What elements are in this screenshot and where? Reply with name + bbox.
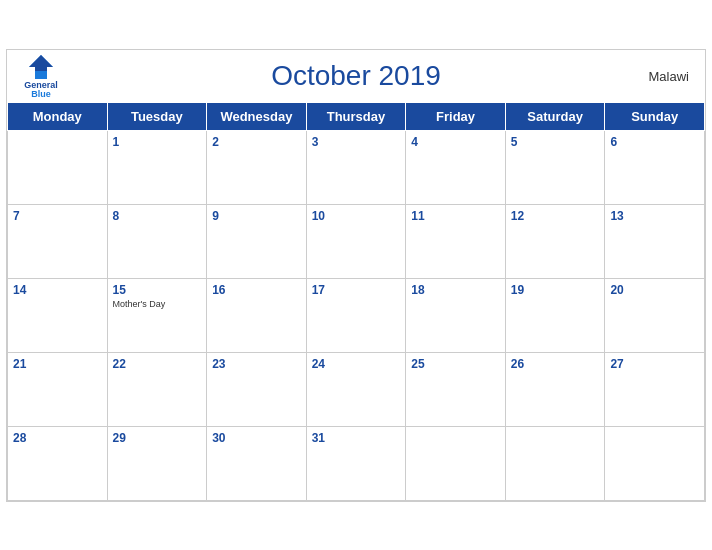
calendar-week-row: 28293031 <box>8 426 705 500</box>
calendar-cell: 15Mother's Day <box>107 278 207 352</box>
day-number: 16 <box>212 283 301 297</box>
calendar-cell: 25 <box>406 352 506 426</box>
calendar-cell: 9 <box>207 204 307 278</box>
day-number: 1 <box>113 135 202 149</box>
weekday-wednesday: Wednesday <box>207 102 307 130</box>
day-number: 24 <box>312 357 401 371</box>
logo-blue-text: Blue <box>31 90 51 99</box>
day-number: 5 <box>511 135 600 149</box>
logo-icon <box>23 53 59 81</box>
day-number: 28 <box>13 431 102 445</box>
day-number: 13 <box>610 209 699 223</box>
calendar-cell: 7 <box>8 204 108 278</box>
calendar-cell: 6 <box>605 130 705 204</box>
weekday-sunday: Sunday <box>605 102 705 130</box>
day-number: 31 <box>312 431 401 445</box>
day-number: 12 <box>511 209 600 223</box>
weekday-saturday: Saturday <box>505 102 605 130</box>
logo: General Blue <box>23 53 59 99</box>
day-number: 29 <box>113 431 202 445</box>
day-number: 17 <box>312 283 401 297</box>
calendar-cell: 16 <box>207 278 307 352</box>
day-number: 26 <box>511 357 600 371</box>
calendar-cell: 3 <box>306 130 406 204</box>
calendar-cell <box>406 426 506 500</box>
weekday-thursday: Thursday <box>306 102 406 130</box>
calendar-week-row: 123456 <box>8 130 705 204</box>
day-number: 7 <box>13 209 102 223</box>
calendar-week-row: 78910111213 <box>8 204 705 278</box>
day-number: 3 <box>312 135 401 149</box>
calendar-cell <box>605 426 705 500</box>
calendar-cell: 31 <box>306 426 406 500</box>
calendar-cell: 12 <box>505 204 605 278</box>
calendar-cell: 4 <box>406 130 506 204</box>
day-number: 15 <box>113 283 202 297</box>
calendar-cell: 21 <box>8 352 108 426</box>
calendar-cell: 24 <box>306 352 406 426</box>
weekday-tuesday: Tuesday <box>107 102 207 130</box>
day-number: 2 <box>212 135 301 149</box>
calendar-cell: 10 <box>306 204 406 278</box>
calendar-week-row: 21222324252627 <box>8 352 705 426</box>
calendar-cell: 22 <box>107 352 207 426</box>
day-number: 25 <box>411 357 500 371</box>
day-number: 21 <box>13 357 102 371</box>
calendar-cell <box>8 130 108 204</box>
day-number: 6 <box>610 135 699 149</box>
day-number: 19 <box>511 283 600 297</box>
weekday-friday: Friday <box>406 102 506 130</box>
calendar-grid: Monday Tuesday Wednesday Thursday Friday… <box>7 102 705 501</box>
calendar-cell: 27 <box>605 352 705 426</box>
calendar-cell: 19 <box>505 278 605 352</box>
event-label: Mother's Day <box>113 299 202 309</box>
day-number: 20 <box>610 283 699 297</box>
calendar-cell: 2 <box>207 130 307 204</box>
calendar-title: October 2019 <box>271 60 441 92</box>
day-number: 10 <box>312 209 401 223</box>
calendar-header: General Blue October 2019 Malawi <box>7 50 705 102</box>
calendar-cell: 28 <box>8 426 108 500</box>
calendar-cell: 26 <box>505 352 605 426</box>
country-label: Malawi <box>649 68 689 83</box>
day-number: 9 <box>212 209 301 223</box>
day-number: 11 <box>411 209 500 223</box>
weekday-header-row: Monday Tuesday Wednesday Thursday Friday… <box>8 102 705 130</box>
day-number: 22 <box>113 357 202 371</box>
weekday-monday: Monday <box>8 102 108 130</box>
calendar-cell: 14 <box>8 278 108 352</box>
calendar-cell <box>505 426 605 500</box>
calendar-cell: 29 <box>107 426 207 500</box>
day-number: 14 <box>13 283 102 297</box>
day-number: 27 <box>610 357 699 371</box>
calendar-cell: 11 <box>406 204 506 278</box>
day-number: 23 <box>212 357 301 371</box>
day-number: 8 <box>113 209 202 223</box>
day-number: 4 <box>411 135 500 149</box>
calendar-cell: 20 <box>605 278 705 352</box>
day-number: 30 <box>212 431 301 445</box>
calendar-cell: 30 <box>207 426 307 500</box>
calendar-cell: 18 <box>406 278 506 352</box>
calendar-cell: 17 <box>306 278 406 352</box>
calendar-cell: 1 <box>107 130 207 204</box>
calendar-cell: 5 <box>505 130 605 204</box>
calendar: General Blue October 2019 Malawi Monday … <box>6 49 706 502</box>
calendar-cell: 8 <box>107 204 207 278</box>
calendar-cell: 23 <box>207 352 307 426</box>
calendar-week-row: 1415Mother's Day1617181920 <box>8 278 705 352</box>
day-number: 18 <box>411 283 500 297</box>
calendar-cell: 13 <box>605 204 705 278</box>
